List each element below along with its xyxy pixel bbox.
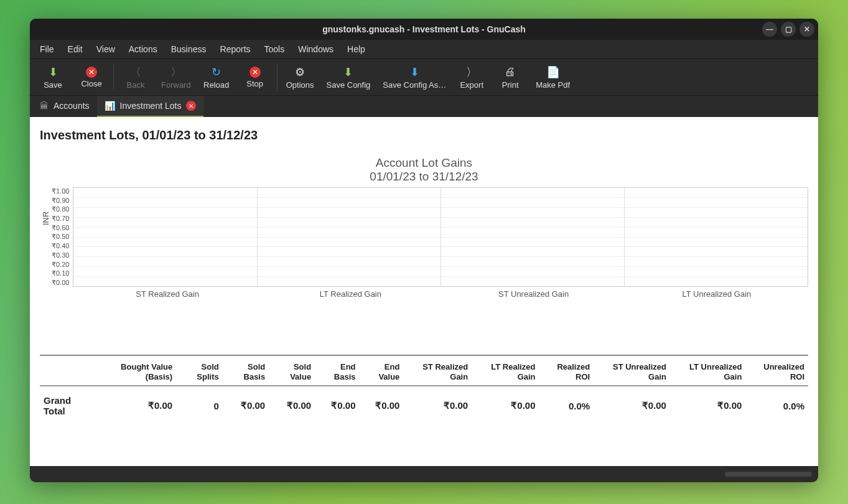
close-window-button[interactable]: ✕: [799, 22, 814, 37]
print-label: Print: [502, 80, 519, 90]
xlab: ST Realized Gain: [76, 289, 259, 299]
stop-label: Stop: [246, 79, 263, 88]
make-pdf-label: Make Pdf: [536, 80, 570, 90]
col-lt-unrealized-gain: LT Unrealized Gain: [670, 356, 745, 386]
tab-investment-lots-label: Investment Lots: [120, 101, 182, 111]
back-label: Back: [127, 80, 145, 90]
col-bought-value: Bought Value (Basis): [95, 356, 176, 386]
col-end-basis: End Basis: [315, 356, 359, 386]
save-config-as-label: Save Config As…: [383, 80, 446, 90]
titlebar: gnustonks.gnucash - Investment Lots - Gn…: [30, 19, 818, 40]
xlab: LT Unrealized Gain: [625, 289, 808, 299]
close-tab-button[interactable]: ✕: [186, 101, 196, 111]
save-config-label: Save Config: [327, 80, 371, 90]
ytick: ₹0.20: [52, 261, 69, 269]
col-st-realized-gain: ST Realized Gain: [403, 356, 472, 386]
tabbar: 🏛 Accounts 📊 Investment Lots ✕: [30, 96, 818, 117]
reload-label: Reload: [203, 80, 229, 90]
stop-button[interactable]: ✕ Stop: [236, 64, 274, 91]
ytick: ₹1.00: [52, 187, 69, 195]
cell-end-value: ₹0.00: [360, 386, 404, 425]
chart: INR ₹1.00 ₹0.90 ₹0.80 ₹0.70 ₹0.60 ₹0.50 …: [40, 187, 808, 287]
col-st-unrealized-gain: ST Unrealized Gain: [594, 356, 670, 386]
gear-icon: ⚙: [293, 65, 307, 79]
minimize-button[interactable]: —: [762, 22, 777, 37]
ytick: ₹0.00: [52, 279, 69, 287]
menu-business[interactable]: Business: [165, 42, 213, 57]
save-config-button[interactable]: ⬇ Save Config: [320, 63, 377, 92]
menu-file[interactable]: File: [34, 42, 60, 57]
col-lt-realized-gain: LT Realized Gain: [472, 356, 539, 386]
chevron-right-icon: 〉: [169, 65, 183, 79]
ytick: ₹0.70: [52, 215, 69, 223]
toolbar: ⬇ Save ✕ Close 〈 Back 〉 Forward ↻ Reload…: [30, 58, 818, 96]
pdf-icon: 📄: [546, 65, 560, 79]
col-end-value: End Value: [360, 356, 404, 386]
cell-unrealized-roi: 0.0%: [745, 386, 808, 425]
chart-title: Account Lot Gains: [40, 156, 808, 170]
save-config-as-button[interactable]: ⬇ Save Config As…: [376, 63, 452, 92]
save-button[interactable]: ⬇ Save: [34, 63, 72, 92]
menu-view[interactable]: View: [90, 42, 121, 57]
cell-st-unrealized-gain: ₹0.00: [594, 386, 670, 425]
horizontal-scrollbar[interactable]: [725, 472, 812, 477]
options-button[interactable]: ⚙ Options: [280, 63, 320, 92]
maximize-button[interactable]: ▢: [781, 22, 796, 37]
forward-button[interactable]: 〉 Forward: [155, 63, 197, 92]
cell-lt-realized-gain: ₹0.00: [472, 386, 539, 425]
tab-investment-lots[interactable]: 📊 Investment Lots ✕: [97, 96, 204, 117]
menubar: File Edit View Actions Business Reports …: [30, 40, 818, 58]
save-label: Save: [44, 80, 62, 90]
chevron-left-icon: 〈: [129, 65, 142, 79]
xlab: ST Unrealized Gain: [442, 289, 625, 299]
cell-realized-roi: 0.0%: [539, 386, 594, 425]
download-icon: ⬇: [408, 65, 421, 79]
toolbar-separator: [277, 65, 277, 90]
window-title: gnustonks.gnucash - Investment Lots - Gn…: [322, 24, 526, 34]
make-pdf-button[interactable]: 📄 Make Pdf: [529, 63, 576, 92]
menu-tools[interactable]: Tools: [258, 42, 291, 57]
menu-reports[interactable]: Reports: [214, 42, 257, 57]
export-button[interactable]: 〉 Export: [452, 63, 491, 92]
tab-accounts[interactable]: 🏛 Accounts: [32, 96, 97, 117]
cell-label: Grand Total: [40, 386, 95, 425]
col-realized-roi: Realized ROI: [539, 356, 594, 386]
chart-plot-area: [73, 187, 808, 287]
ytick: ₹0.80: [52, 205, 69, 213]
chart-xlabels: ST Realized Gain LT Realized Gain ST Unr…: [76, 289, 808, 299]
menu-help[interactable]: Help: [341, 42, 371, 57]
report-table: Bought Value (Basis) Sold Splits Sold Ba…: [40, 355, 808, 425]
cell-bought-value: ₹0.00: [95, 386, 176, 425]
ytick: ₹0.50: [52, 233, 69, 241]
back-button[interactable]: 〈 Back: [116, 63, 155, 92]
download-icon: ⬇: [342, 65, 355, 79]
ytick: ₹0.10: [52, 269, 69, 278]
chart-yticks: ₹1.00 ₹0.90 ₹0.80 ₹0.70 ₹0.60 ₹0.50 ₹0.4…: [52, 187, 73, 287]
report-viewport[interactable]: Investment Lots, 01/01/23 to 31/12/23 Ac…: [30, 117, 818, 466]
reload-button[interactable]: ↻ Reload: [197, 63, 236, 92]
save-icon: ⬇: [46, 65, 60, 79]
app-window: gnustonks.gnucash - Investment Lots - Gn…: [30, 19, 818, 482]
report-icon: 📊: [105, 101, 115, 111]
cell-sold-value: ₹0.00: [269, 386, 315, 425]
chevron-right-icon: 〉: [465, 65, 478, 79]
ytick: ₹0.60: [52, 224, 69, 232]
stop-icon: ✕: [249, 67, 261, 78]
xlab: LT Realized Gain: [259, 289, 442, 299]
reload-icon: ↻: [210, 65, 223, 79]
close-icon: ✕: [86, 67, 97, 78]
table-header-row: Bought Value (Basis) Sold Splits Sold Ba…: [40, 356, 808, 386]
close-button[interactable]: ✕ Close: [72, 64, 111, 91]
export-label: Export: [460, 80, 483, 90]
cell-st-realized-gain: ₹0.00: [403, 386, 472, 425]
grand-total-row: Grand Total ₹0.00 0 ₹0.00 ₹0.00 ₹0.00 ₹0…: [40, 386, 808, 425]
chart-ylabel: INR: [40, 187, 52, 287]
print-button[interactable]: 🖨 Print: [491, 63, 529, 92]
menu-actions[interactable]: Actions: [123, 42, 164, 57]
accounts-icon: 🏛: [40, 101, 49, 111]
statusbar: [30, 466, 818, 482]
toolbar-separator: [113, 65, 114, 90]
menu-edit[interactable]: Edit: [62, 42, 89, 57]
menu-windows[interactable]: Windows: [292, 42, 340, 57]
forward-label: Forward: [161, 80, 191, 90]
